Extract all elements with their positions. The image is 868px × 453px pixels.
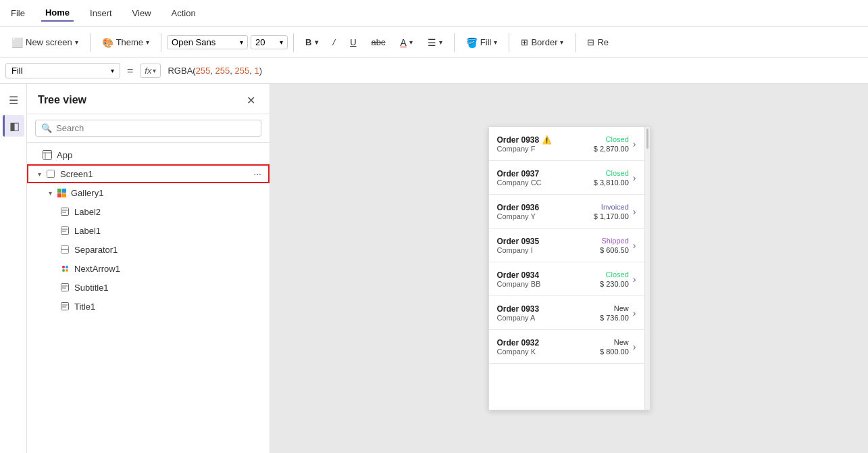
svg-point-17 [66,266,68,268]
item-company-0936: Company Y [497,212,590,220]
fill-button[interactable]: 🪣 Fill ▾ [460,34,504,51]
border-chevron-icon: ▾ [560,39,563,46]
item-order-0936: Order 0936 [497,203,590,212]
underline-button[interactable]: U [344,34,362,51]
gallery-item-0935[interactable]: Order 0935 Company I Shipped $ 606.50 › [489,229,644,262]
tree-panel: Tree view ✕ 🔍 App [27,84,270,453]
label1-icon [59,225,70,236]
tree-item-app[interactable]: App [27,145,270,164]
font-size-selector[interactable]: 20 ▾ [251,35,288,49]
item-info-0933: Order 0933 Company A [497,304,596,322]
search-box[interactable]: 🔍 [35,120,261,137]
bold-button[interactable]: B ▾ [299,34,324,51]
tree-view-title: Tree view [38,94,86,106]
app-preview: Order 0938 ⚠️ Company F Closed $ 2,870.0… [488,126,650,410]
svg-point-18 [62,269,65,272]
gallery-item-0936[interactable]: Order 0936 Company Y Invoiced $ 1,170.00… [489,195,644,229]
item-amount-0937: $ 3,810.00 [594,178,629,187]
fill-chevron-icon: ▾ [494,39,497,46]
subtitle1-icon [59,282,70,293]
tree-item-title1[interactable]: Title1 [27,297,270,316]
reorder-button[interactable]: ⊟ Re [581,34,615,51]
italic-button[interactable]: / [327,34,342,51]
toolbar: ⬜ New screen ▾ 🎨 Theme ▾ Open Sans ▾ 20 … [0,27,868,58]
border-button[interactable]: ⊞ Border ▾ [515,34,569,51]
item-arrow-0937: › [633,172,636,183]
gallery-item-0933[interactable]: Order 0933 Company A New $ 736.00 › [489,296,644,330]
tree-item-gallery1[interactable]: ▾ Gallery1 [27,183,270,202]
theme-button[interactable]: 🎨 Theme ▾ [96,34,155,51]
toolbar-sep-6 [575,33,576,52]
tree-item-label2[interactable]: Label2 [27,202,270,221]
menu-insert[interactable]: Insert [86,5,116,21]
warning-icon-0938: ⚠️ [542,135,552,145]
tree-item-label1[interactable]: Label1 [27,221,270,240]
theme-chevron-icon: ▾ [146,39,149,46]
tree-close-button[interactable]: ✕ [242,92,259,108]
item-company-0937: Company CC [497,178,590,187]
title1-label: Title1 [74,302,264,312]
item-status-0933: New [614,304,629,312]
item-arrow-0938: › [633,139,636,149]
fx-button[interactable]: fx ▾ [140,64,161,78]
label2-icon [59,206,70,217]
gallery-item-0938[interactable]: Order 0938 ⚠️ Company F Closed $ 2,870.0… [489,127,644,161]
screen1-more-button[interactable]: ··· [251,167,264,181]
tree-item-separator1[interactable]: Separator1 [27,240,270,259]
nextarrow1-icon [59,263,70,274]
font-selector[interactable]: Open Sans ▾ [167,35,248,49]
scroll-thumb[interactable] [646,128,648,149]
tree-item-nextarrow1[interactable]: NextArrow1 [27,259,270,278]
gallery-list: Order 0938 ⚠️ Company F Closed $ 2,870.0… [489,127,644,410]
new-screen-button[interactable]: ⬜ New screen ▾ [5,34,84,51]
gallery-item-0934[interactable]: Order 0934 Company BB Closed $ 230.00 › [489,262,644,296]
property-dropdown[interactable]: Fill ▾ [5,63,120,78]
item-info-0935: Order 0935 Company I [497,237,596,254]
border-icon: ⊞ [521,37,528,47]
app-icon [42,149,53,160]
property-chevron-icon: ▾ [111,67,114,74]
align-button[interactable]: ☰ ▾ [422,34,449,51]
menu-action[interactable]: Action [168,5,200,21]
svg-rect-0 [43,151,52,160]
menu-file[interactable]: File [7,5,29,21]
rgba-comma-1: , [210,66,215,76]
toolbar-sep-5 [509,33,509,52]
item-amount-0933: $ 736.00 [600,314,629,322]
layers-icon: ◧ [9,120,20,133]
layers-button[interactable]: ◧ [3,115,24,137]
formula-value[interactable]: RGBA(255, 255, 255, 1) [165,64,863,77]
strikethrough-button[interactable]: abc [365,34,392,51]
rgba-comma-2: , [230,66,234,76]
tree-item-subtitle1[interactable]: Subtitle1 [27,278,270,297]
scroll-track[interactable] [644,127,650,410]
item-company-0935: Company I [497,246,596,254]
gallery-item-0932[interactable]: Order 0932 Company K New $ 800.00 › [489,330,644,364]
title1-icon [59,301,70,312]
item-right-0937: Closed $ 3,810.00 [594,169,629,187]
item-right-0934: Closed $ 230.00 [600,270,629,288]
tree-item-screen1[interactable]: ▾ Screen1 ··· [27,164,270,183]
menu-home[interactable]: Home [41,5,74,22]
hamburger-menu-button[interactable]: ☰ [3,89,24,111]
left-icons-panel: ☰ ◧ [0,84,27,453]
search-input[interactable] [56,123,255,133]
item-info-0934: Order 0934 Company BB [497,270,596,288]
item-arrow-0932: › [633,341,636,352]
item-amount-0938: $ 2,870.00 [594,145,629,153]
separator1-label: Separator1 [74,245,264,255]
item-arrow-0933: › [633,308,636,318]
menu-view[interactable]: View [128,5,155,21]
reorder-icon: ⊟ [587,37,594,47]
screen1-chevron-icon: ▾ [38,170,41,178]
item-arrow-0936: › [633,206,636,217]
font-size-value: 20 [255,37,265,47]
theme-icon: 🎨 [102,37,113,48]
strikethrough-label: abc [372,37,386,47]
item-arrow-0934: › [633,274,636,285]
item-company-0932: Company K [497,348,596,356]
item-right-0936: Invoiced $ 1,170.00 [594,203,629,220]
item-info-0938: Order 0938 ⚠️ Company F [497,135,590,153]
gallery-item-0937[interactable]: Order 0937 Company CC Closed $ 3,810.00 … [489,161,644,195]
font-color-button[interactable]: A ▾ [394,34,418,51]
